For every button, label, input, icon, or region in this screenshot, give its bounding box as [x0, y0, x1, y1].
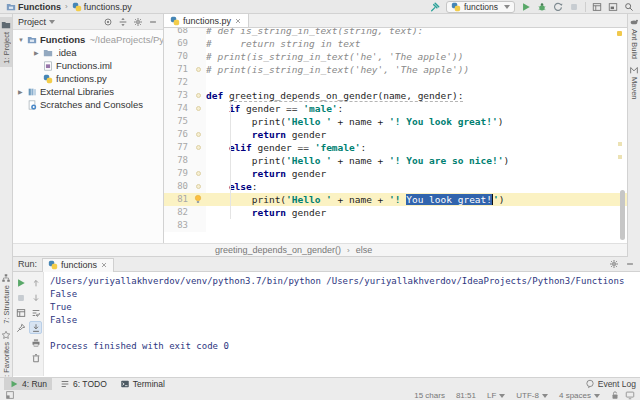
close-icon[interactable] — [234, 17, 242, 25]
tool-window-bar-button-4-run[interactable]: 4: Run — [4, 378, 52, 391]
code-line-75[interactable]: 75 print('Hello ' + name + '! You look g… — [164, 115, 627, 128]
code-line-83[interactable]: 83 — [164, 219, 627, 232]
code-line-71[interactable]: 71# print(is_string_in_text('hey', 'The … — [164, 63, 627, 76]
tool-windows-toggle-icon[interactable] — [5, 390, 15, 400]
tree-item-functions[interactable]: ▼Functions~/IdeaProjects/Python3/Functio… — [13, 33, 163, 46]
close-icon[interactable] — [100, 261, 108, 269]
tool-window-button-maven[interactable]: Maven — [628, 62, 640, 103]
run-tab-functions[interactable]: functions — [42, 258, 114, 272]
code-text[interactable]: # print(is_string_in_text('he', 'The app… — [206, 50, 627, 63]
debug-icon[interactable] — [537, 2, 547, 12]
code-text[interactable]: if gender == 'male': — [206, 102, 627, 115]
screen-icon[interactable] — [625, 390, 635, 400]
code-text[interactable]: else: — [206, 180, 627, 193]
run-config-selector[interactable]: functions — [446, 1, 515, 13]
code-line-68[interactable]: 68# def is_string_in_text(string, text): — [164, 28, 627, 37]
error-stripe-mark[interactable] — [618, 155, 622, 159]
chevron-collapsed-icon[interactable]: ▶ — [18, 88, 27, 95]
code-text[interactable] — [206, 219, 627, 232]
inspections-indicator[interactable] — [617, 31, 622, 36]
project-panel-title[interactable]: Project — [18, 17, 55, 27]
scroll-to-end-button[interactable] — [29, 321, 42, 334]
fold-marker-icon[interactable] — [196, 184, 201, 189]
tree-item-external-libraries[interactable]: ▶External Libraries — [13, 85, 163, 98]
restore-layout-icon[interactable] — [592, 2, 602, 12]
tree-item-scratches-and-consoles[interactable]: Scratches and Consoles — [13, 98, 163, 111]
tool-window-button-ant-build[interactable]: Ant Build — [628, 14, 640, 62]
status-item-4-spaces[interactable]: 4 spaces — [559, 391, 600, 400]
editor-tab-functions-py[interactable]: functions.py — [164, 14, 249, 27]
status-item-15-chars[interactable]: 15 chars — [414, 391, 445, 400]
event-log-button[interactable]: Event Log — [585, 379, 636, 389]
code-line-76[interactable]: 76 return gender — [164, 128, 627, 141]
code-line-74[interactable]: 74 if gender == 'male': — [164, 102, 627, 115]
build-hammer-icon[interactable] — [430, 2, 440, 12]
editor-scrollbar[interactable] — [620, 190, 625, 240]
down-stack-button[interactable] — [29, 291, 42, 304]
code-text[interactable]: return gender — [206, 167, 627, 180]
tool-window-bar-button-terminal[interactable]: Terminal — [115, 378, 170, 391]
fold-marker-icon[interactable] — [196, 171, 201, 176]
status-item-lf[interactable]: LF — [487, 391, 505, 400]
code-text[interactable]: elif gender == 'female': — [206, 141, 627, 154]
error-stripe-mark[interactable] — [618, 142, 622, 146]
bulb-icon[interactable] — [193, 194, 203, 204]
lock-icon[interactable] — [610, 390, 620, 400]
code-line-81[interactable]: 81 print('Hello ' + name + '! You look g… — [164, 193, 627, 206]
code-text[interactable]: print('Hello ' + name + '! You are so ni… — [206, 154, 627, 167]
search-everywhere-icon[interactable] — [624, 2, 634, 12]
coverage-icon[interactable] — [553, 2, 563, 12]
code-text[interactable]: print('Hello ' + name + '! You look grea… — [206, 193, 627, 206]
tool-window-button-7-structure[interactable]: 7: Structure — [0, 270, 12, 327]
stop-icon[interactable] — [569, 2, 579, 12]
collapse-all-icon[interactable] — [118, 17, 128, 27]
code-text[interactable]: return gender — [206, 128, 627, 141]
code-line-82[interactable]: 82 return gender — [164, 206, 627, 219]
code-text[interactable]: return gender — [206, 206, 627, 219]
soft-wrap-button[interactable] — [29, 306, 42, 319]
code-line-73[interactable]: 73def greeting_depends_on_gender(name, g… — [164, 89, 627, 102]
tool-window-bar-button-6-todo[interactable]: 6: TODO — [55, 378, 112, 391]
settings-icon[interactable] — [133, 17, 143, 27]
up-stack-button[interactable] — [29, 276, 42, 289]
restore-layout-button[interactable] — [14, 306, 27, 319]
hide-windows-icon[interactable] — [608, 2, 618, 12]
tree-item-idea[interactable]: ▶.idea — [13, 46, 163, 59]
code-line-78[interactable]: 78 print('Hello ' + name + '! You are so… — [164, 154, 627, 167]
code-line-77[interactable]: 77 elif gender == 'female': — [164, 141, 627, 154]
tree-item-functions-py[interactable]: functions.py — [13, 72, 163, 85]
console-output[interactable]: /Users/yuriyallakhverdov/venv/python3.7/… — [44, 272, 640, 376]
code-text[interactable]: # def is_string_in_text(string, text): — [206, 28, 627, 37]
status-item-utf-8[interactable]: UTF-8 — [516, 391, 548, 400]
settings-icon[interactable] — [609, 259, 619, 269]
fold-marker-icon[interactable] — [196, 132, 201, 137]
pin-button[interactable] — [14, 321, 27, 334]
run-icon[interactable] — [521, 2, 531, 12]
fold-marker-icon[interactable] — [196, 67, 201, 72]
chevron-expanded-icon[interactable]: ▼ — [18, 37, 27, 43]
breadcrumb-project[interactable]: Functions — [6, 2, 61, 12]
tree-item-functions-iml[interactable]: Functions.iml — [13, 59, 163, 72]
code-line-80[interactable]: 80 else: — [164, 180, 627, 193]
code-line-72[interactable]: 72 — [164, 76, 627, 89]
code-text[interactable]: def greeting_depends_on_gender(name, gen… — [206, 89, 627, 102]
locate-icon[interactable] — [103, 17, 113, 27]
code-text[interactable]: # return string in text — [206, 37, 627, 50]
breadcrumb-function[interactable]: greeting_depends_on_gender() — [215, 245, 341, 255]
code-text[interactable] — [206, 76, 627, 89]
tool-window-button-1-project[interactable]: 1: Project — [0, 17, 12, 67]
code-line-69[interactable]: 69# return string in text — [164, 37, 627, 50]
code-area[interactable]: 68# def is_string_in_text(string, text):… — [164, 28, 627, 242]
print-button[interactable] — [29, 336, 42, 349]
tool-window-button-2-favorites[interactable]: 2: Favorites — [0, 327, 12, 384]
code-text[interactable]: # print(is_string_in_text('hey', 'The ap… — [206, 63, 627, 76]
status-item-81-51[interactable]: 81:51 — [456, 391, 476, 400]
stop-button[interactable] — [14, 291, 27, 304]
code-line-79[interactable]: 79 return gender — [164, 167, 627, 180]
fold-marker-icon[interactable] — [196, 106, 201, 111]
breadcrumb-else[interactable]: else — [356, 245, 373, 255]
fold-marker-icon[interactable] — [196, 93, 201, 98]
hide-icon[interactable] — [148, 17, 158, 27]
rerun-button[interactable] — [14, 276, 27, 289]
breadcrumb-file[interactable]: functions.py — [72, 2, 132, 12]
